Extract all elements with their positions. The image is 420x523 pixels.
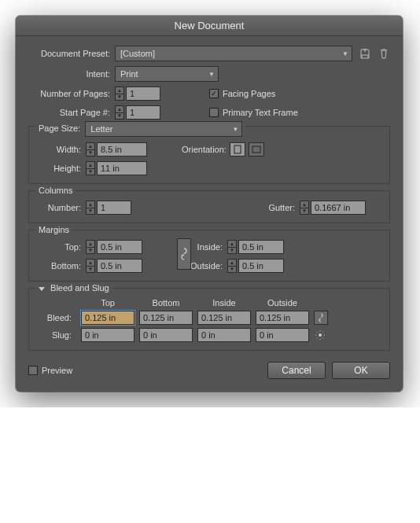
margin-outside-label: Outside: — [186, 261, 227, 271]
bleed-outside-field[interactable]: 0.125 in — [256, 311, 309, 325]
preview-label: Preview — [42, 366, 72, 375]
facing-pages-checkbox[interactable]: ✓ — [209, 89, 219, 98]
slug-label: Slug: — [37, 330, 76, 340]
start-page-stepper[interactable]: ▲▼ — [115, 105, 124, 120]
slug-outside-field[interactable]: 0 in — [256, 328, 309, 342]
columns-number-field[interactable]: 1 — [97, 201, 131, 215]
save-preset-icon[interactable] — [359, 47, 371, 60]
landscape-icon[interactable] — [249, 142, 264, 157]
bleed-slug-group: Bleed and Slug Top Bottom Inside Outside… — [28, 288, 390, 351]
intent-label: Intent: — [28, 69, 115, 79]
page-size-group: Page Size: Letter ▼ Width: ▲▼ 8.5 in Ori… — [28, 126, 390, 184]
columns-number-stepper[interactable]: ▲▼ — [86, 201, 95, 215]
svg-rect-0 — [234, 145, 241, 153]
bleed-inside-field[interactable]: 0.125 in — [197, 311, 251, 325]
chevron-down-icon: ▼ — [232, 126, 238, 133]
width-label: Width: — [37, 145, 86, 154]
svg-rect-1 — [252, 146, 260, 153]
bleed-slug-group-label: Bleed and Slug — [35, 283, 112, 293]
slug-bottom-field[interactable]: 0 in — [139, 328, 193, 342]
page-size-select[interactable]: Letter ▼ — [85, 121, 242, 137]
bleed-header-inside: Inside — [197, 298, 251, 308]
margin-top-stepper[interactable]: ▲▼ — [86, 240, 95, 254]
columns-group-label: Columns — [35, 186, 76, 195]
trash-icon[interactable] — [378, 47, 390, 60]
slug-link-icon[interactable] — [314, 329, 326, 341]
facing-pages-label: Facing Pages — [223, 89, 275, 98]
chevron-down-icon: ▼ — [342, 50, 348, 57]
intent-value: Print — [120, 69, 138, 79]
margins-group: Margins Top: ▲▼ 0.5 in Inside: ▲▼ 0.5 in… — [28, 230, 390, 282]
start-page-field[interactable]: 1 — [126, 105, 160, 120]
height-stepper[interactable]: ▲▼ — [86, 161, 95, 175]
disclosure-triangle-icon[interactable] — [39, 287, 45, 291]
margin-inside-label: Inside: — [186, 242, 227, 252]
bleed-link-icon[interactable] — [314, 311, 328, 325]
gutter-stepper[interactable]: ▲▼ — [300, 201, 309, 215]
margin-bottom-label: Bottom: — [37, 261, 86, 271]
width-stepper[interactable]: ▲▼ — [86, 142, 95, 157]
margins-group-label: Margins — [35, 225, 72, 234]
document-preset-label: Document Preset: — [28, 49, 115, 58]
number-of-pages-label: Number of Pages: — [28, 89, 115, 98]
ok-button[interactable]: OK — [332, 362, 390, 379]
width-field[interactable]: 8.5 in — [97, 142, 147, 157]
pages-stepper[interactable]: ▲▼ — [115, 87, 124, 101]
columns-group: Columns Number: ▲▼ 1 Gutter: ▲▼ 0.1667 i… — [28, 190, 390, 223]
bleed-header-outside: Outside — [256, 298, 309, 308]
slug-top-field[interactable]: 0 in — [81, 328, 134, 342]
margin-top-label: Top: — [37, 242, 86, 252]
bleed-header-top: Top — [81, 298, 134, 308]
bleed-bottom-field[interactable]: 0.125 in — [139, 311, 193, 325]
margin-bottom-field[interactable]: 0.5 in — [97, 259, 142, 273]
start-page-label: Start Page #: — [28, 108, 115, 117]
bleed-top-field[interactable]: 0.125 in — [81, 311, 134, 325]
margin-bottom-stepper[interactable]: ▲▼ — [86, 259, 95, 273]
bleed-header-bottom: Bottom — [139, 298, 193, 308]
page-size-value: Letter — [90, 124, 112, 134]
cancel-button[interactable]: Cancel — [267, 362, 326, 379]
slug-inside-field[interactable]: 0 in — [197, 328, 251, 342]
orientation-label: Orientation: — [182, 145, 227, 154]
chevron-down-icon: ▼ — [208, 71, 215, 78]
margin-outside-field[interactable]: 0.5 in — [238, 259, 284, 273]
height-field[interactable]: 11 in — [97, 161, 147, 175]
bleed-label: Bleed: — [37, 313, 76, 322]
primary-text-frame-label: Primary Text Frame — [223, 108, 298, 117]
document-preset-value: [Custom] — [120, 49, 155, 58]
gutter-label: Gutter: — [268, 203, 300, 212]
portrait-icon[interactable] — [230, 142, 245, 157]
gutter-field[interactable]: 0.1667 in — [311, 201, 366, 215]
new-document-dialog: New Document Document Preset: [Custom] ▼… — [16, 16, 403, 392]
margin-inside-stepper[interactable]: ▲▼ — [227, 240, 237, 254]
svg-point-2 — [319, 333, 322, 337]
titlebar: New Document — [16, 16, 403, 36]
window-title: New Document — [175, 20, 245, 31]
margin-outside-stepper[interactable]: ▲▼ — [227, 259, 237, 273]
intent-select[interactable]: Print ▼ — [115, 66, 219, 82]
margin-inside-field[interactable]: 0.5 in — [238, 240, 284, 254]
page-size-label: Page Size: — [39, 123, 80, 133]
margin-top-field[interactable]: 0.5 in — [97, 240, 142, 254]
primary-text-frame-checkbox[interactable] — [209, 108, 219, 117]
preview-checkbox[interactable] — [28, 366, 38, 375]
margins-link-icon[interactable] — [177, 238, 191, 270]
columns-number-label: Number: — [37, 203, 86, 212]
height-label: Height: — [37, 164, 86, 173]
dialog-content: Document Preset: [Custom] ▼ Intent: Prin… — [16, 36, 403, 392]
document-preset-select[interactable]: [Custom] ▼ — [115, 46, 352, 61]
number-of-pages-field[interactable]: 1 — [126, 87, 160, 101]
